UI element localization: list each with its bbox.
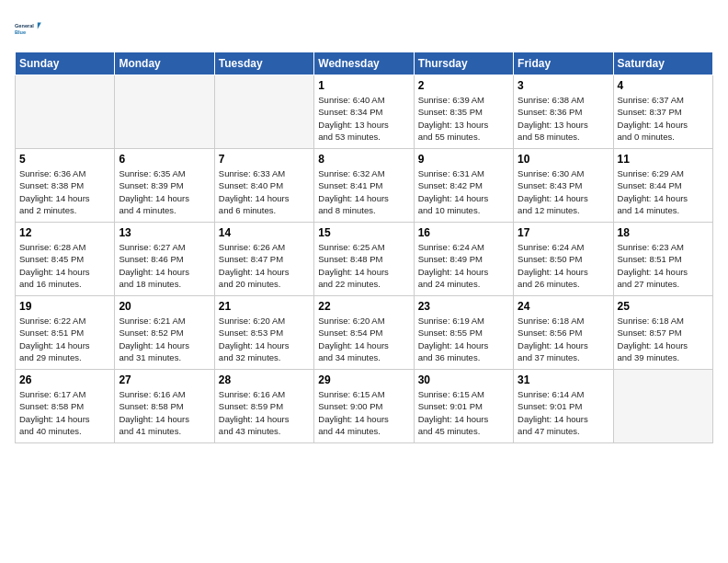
calendar-day-cell: 12Sunrise: 6:28 AM Sunset: 8:45 PM Dayli… xyxy=(16,223,115,296)
calendar-day-cell: 26Sunrise: 6:17 AM Sunset: 8:58 PM Dayli… xyxy=(16,370,115,443)
calendar-day-cell: 1Sunrise: 6:40 AM Sunset: 8:34 PM Daylig… xyxy=(314,75,414,149)
day-info: Sunrise: 6:24 AM Sunset: 8:49 PM Dayligh… xyxy=(418,241,509,290)
weekday-header-wednesday: Wednesday xyxy=(314,52,414,75)
weekday-header-saturday: Saturday xyxy=(613,52,712,75)
page-header: GeneralBlue xyxy=(15,15,713,44)
svg-marker-2 xyxy=(38,23,41,29)
calendar-day-cell: 10Sunrise: 6:30 AM Sunset: 8:43 PM Dayli… xyxy=(514,149,613,223)
day-info: Sunrise: 6:27 AM Sunset: 8:46 PM Dayligh… xyxy=(119,241,210,290)
day-number: 3 xyxy=(518,79,609,92)
calendar-day-cell: 27Sunrise: 6:16 AM Sunset: 8:58 PM Dayli… xyxy=(115,370,214,443)
day-info: Sunrise: 6:22 AM Sunset: 8:51 PM Dayligh… xyxy=(19,315,110,363)
calendar-week-3: 12Sunrise: 6:28 AM Sunset: 8:45 PM Dayli… xyxy=(16,223,713,296)
day-number: 24 xyxy=(518,300,609,313)
calendar-day-cell: 4Sunrise: 6:37 AM Sunset: 8:37 PM Daylig… xyxy=(613,75,712,149)
calendar-day-cell: 16Sunrise: 6:24 AM Sunset: 8:49 PM Dayli… xyxy=(414,223,513,296)
day-number: 21 xyxy=(219,300,310,313)
calendar-day-cell: 3Sunrise: 6:38 AM Sunset: 8:36 PM Daylig… xyxy=(514,75,613,149)
day-number: 25 xyxy=(618,300,709,313)
calendar-day-cell: 5Sunrise: 6:36 AM Sunset: 8:38 PM Daylig… xyxy=(16,149,115,223)
calendar-day-cell: 23Sunrise: 6:19 AM Sunset: 8:55 PM Dayli… xyxy=(414,296,513,370)
day-number: 10 xyxy=(518,153,609,166)
weekday-header-sunday: Sunday xyxy=(16,52,115,75)
day-number: 11 xyxy=(618,153,709,166)
day-number: 18 xyxy=(618,226,709,239)
calendar-day-cell xyxy=(613,370,712,443)
weekday-header-monday: Monday xyxy=(115,52,214,75)
calendar-day-cell: 22Sunrise: 6:20 AM Sunset: 8:54 PM Dayli… xyxy=(314,296,414,370)
calendar-week-1: 1Sunrise: 6:40 AM Sunset: 8:34 PM Daylig… xyxy=(16,75,713,149)
calendar-day-cell: 29Sunrise: 6:15 AM Sunset: 9:00 PM Dayli… xyxy=(314,370,414,443)
day-info: Sunrise: 6:31 AM Sunset: 8:42 PM Dayligh… xyxy=(418,167,509,216)
day-info: Sunrise: 6:15 AM Sunset: 9:00 PM Dayligh… xyxy=(318,388,409,437)
calendar-day-cell: 15Sunrise: 6:25 AM Sunset: 8:48 PM Dayli… xyxy=(314,223,414,296)
day-info: Sunrise: 6:14 AM Sunset: 9:01 PM Dayligh… xyxy=(518,388,609,437)
day-number: 8 xyxy=(318,153,409,166)
day-info: Sunrise: 6:16 AM Sunset: 8:58 PM Dayligh… xyxy=(119,388,210,437)
day-info: Sunrise: 6:36 AM Sunset: 8:38 PM Dayligh… xyxy=(19,167,110,216)
calendar-day-cell: 31Sunrise: 6:14 AM Sunset: 9:01 PM Dayli… xyxy=(514,370,613,443)
day-number: 7 xyxy=(219,153,310,166)
day-info: Sunrise: 6:26 AM Sunset: 8:47 PM Dayligh… xyxy=(219,241,310,290)
day-number: 20 xyxy=(119,300,210,313)
day-info: Sunrise: 6:21 AM Sunset: 8:52 PM Dayligh… xyxy=(119,315,210,363)
calendar-day-cell: 25Sunrise: 6:18 AM Sunset: 8:57 PM Dayli… xyxy=(613,296,712,370)
day-number: 19 xyxy=(19,300,110,313)
day-info: Sunrise: 6:20 AM Sunset: 8:53 PM Dayligh… xyxy=(219,315,310,363)
day-info: Sunrise: 6:37 AM Sunset: 8:37 PM Dayligh… xyxy=(618,94,709,143)
calendar-week-2: 5Sunrise: 6:36 AM Sunset: 8:38 PM Daylig… xyxy=(16,149,713,223)
day-info: Sunrise: 6:19 AM Sunset: 8:55 PM Dayligh… xyxy=(418,315,509,363)
day-number: 26 xyxy=(19,373,110,386)
calendar-day-cell: 28Sunrise: 6:16 AM Sunset: 8:59 PM Dayli… xyxy=(214,370,313,443)
day-number: 5 xyxy=(19,153,110,166)
day-number: 16 xyxy=(418,226,509,239)
logo: GeneralBlue xyxy=(15,15,44,44)
day-number: 23 xyxy=(418,300,509,313)
calendar-week-4: 19Sunrise: 6:22 AM Sunset: 8:51 PM Dayli… xyxy=(16,296,713,370)
weekday-header-row: SundayMondayTuesdayWednesdayThursdayFrid… xyxy=(16,52,713,75)
day-info: Sunrise: 6:16 AM Sunset: 8:59 PM Dayligh… xyxy=(219,388,310,437)
calendar-day-cell: 6Sunrise: 6:35 AM Sunset: 8:39 PM Daylig… xyxy=(115,149,214,223)
calendar-day-cell: 21Sunrise: 6:20 AM Sunset: 8:53 PM Dayli… xyxy=(214,296,313,370)
day-number: 4 xyxy=(618,79,709,92)
calendar-week-5: 26Sunrise: 6:17 AM Sunset: 8:58 PM Dayli… xyxy=(16,370,713,443)
day-number: 27 xyxy=(119,373,210,386)
day-number: 2 xyxy=(418,79,509,92)
day-number: 28 xyxy=(219,373,310,386)
calendar-day-cell: 19Sunrise: 6:22 AM Sunset: 8:51 PM Dayli… xyxy=(16,296,115,370)
day-info: Sunrise: 6:25 AM Sunset: 8:48 PM Dayligh… xyxy=(318,241,409,290)
day-number: 17 xyxy=(518,226,609,239)
day-info: Sunrise: 6:32 AM Sunset: 8:41 PM Dayligh… xyxy=(318,167,409,216)
day-info: Sunrise: 6:29 AM Sunset: 8:44 PM Dayligh… xyxy=(618,167,709,216)
weekday-header-tuesday: Tuesday xyxy=(214,52,313,75)
day-info: Sunrise: 6:38 AM Sunset: 8:36 PM Dayligh… xyxy=(518,94,609,143)
weekday-header-friday: Friday xyxy=(514,52,613,75)
calendar-day-cell: 7Sunrise: 6:33 AM Sunset: 8:40 PM Daylig… xyxy=(214,149,313,223)
calendar-day-cell: 20Sunrise: 6:21 AM Sunset: 8:52 PM Dayli… xyxy=(115,296,214,370)
svg-text:General: General xyxy=(15,23,34,29)
day-info: Sunrise: 6:18 AM Sunset: 8:57 PM Dayligh… xyxy=(618,315,709,363)
day-info: Sunrise: 6:24 AM Sunset: 8:50 PM Dayligh… xyxy=(518,241,609,290)
calendar-day-cell xyxy=(214,75,313,149)
day-number: 1 xyxy=(318,79,409,92)
day-info: Sunrise: 6:17 AM Sunset: 8:58 PM Dayligh… xyxy=(19,388,110,437)
calendar-day-cell: 17Sunrise: 6:24 AM Sunset: 8:50 PM Dayli… xyxy=(514,223,613,296)
day-info: Sunrise: 6:35 AM Sunset: 8:39 PM Dayligh… xyxy=(119,167,210,216)
day-number: 29 xyxy=(318,373,409,386)
day-info: Sunrise: 6:20 AM Sunset: 8:54 PM Dayligh… xyxy=(318,315,409,363)
day-info: Sunrise: 6:15 AM Sunset: 9:01 PM Dayligh… xyxy=(418,388,509,437)
day-number: 14 xyxy=(219,226,310,239)
calendar-day-cell: 24Sunrise: 6:18 AM Sunset: 8:56 PM Dayli… xyxy=(514,296,613,370)
day-number: 30 xyxy=(418,373,509,386)
day-number: 12 xyxy=(19,226,110,239)
calendar-day-cell: 2Sunrise: 6:39 AM Sunset: 8:35 PM Daylig… xyxy=(414,75,513,149)
day-info: Sunrise: 6:18 AM Sunset: 8:56 PM Dayligh… xyxy=(518,315,609,363)
logo-icon: GeneralBlue xyxy=(15,15,44,44)
svg-text:Blue: Blue xyxy=(15,29,26,35)
calendar-day-cell: 18Sunrise: 6:23 AM Sunset: 8:51 PM Dayli… xyxy=(613,223,712,296)
day-number: 6 xyxy=(119,153,210,166)
calendar-day-cell: 9Sunrise: 6:31 AM Sunset: 8:42 PM Daylig… xyxy=(414,149,513,223)
calendar-day-cell: 8Sunrise: 6:32 AM Sunset: 8:41 PM Daylig… xyxy=(314,149,414,223)
calendar-day-cell: 30Sunrise: 6:15 AM Sunset: 9:01 PM Dayli… xyxy=(414,370,513,443)
day-number: 9 xyxy=(418,153,509,166)
